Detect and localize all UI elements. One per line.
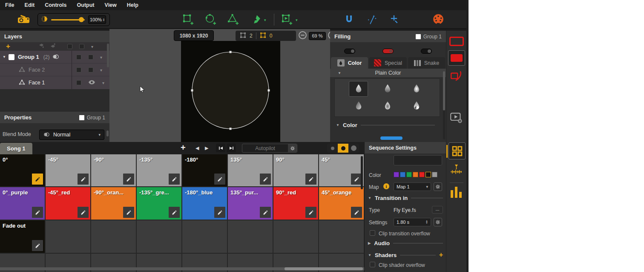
droplet-style-2[interactable] (383, 83, 392, 96)
brightness-value-field[interactable]: 100% ▴▾ (88, 15, 106, 24)
sequence-cell[interactable]: -45° (46, 154, 90, 186)
sequence-cell-empty[interactable] (319, 220, 364, 253)
menu-output[interactable]: Output (77, 2, 95, 8)
map-info-icon[interactable]: i (383, 183, 389, 189)
zoom-out-button[interactable] (299, 31, 307, 41)
edit-sequence-button[interactable] (169, 174, 180, 185)
edit-sequence-button[interactable] (123, 174, 134, 185)
menu-controls[interactable]: Controls (45, 2, 66, 8)
droplet-style-3[interactable] (412, 83, 421, 96)
edit-sequence-button[interactable] (32, 174, 43, 185)
face2-visibility-toggle[interactable] (88, 67, 93, 72)
layers-scrollbar[interactable] (107, 43, 109, 67)
edit-sequence-button[interactable] (260, 174, 271, 185)
properties-scrollbar[interactable] (106, 130, 109, 136)
sequence-cell[interactable]: -180°_blue (182, 187, 227, 220)
snake-tab-toggle[interactable] (421, 49, 432, 54)
layers-solo-all-toggle[interactable] (67, 44, 72, 49)
add-circle-tool[interactable] (205, 14, 216, 27)
sequence-cell[interactable]: Fade out (0, 220, 45, 253)
color-hue-slider[interactable] (380, 136, 402, 140)
canvas-workspace[interactable]: 1080 x 1920 2 0 69 % (109, 29, 330, 142)
send-backward-icon[interactable] (38, 43, 45, 50)
layers-collapse-all-icon[interactable]: ▾ (91, 44, 93, 49)
group-visibility-toggle[interactable] (88, 55, 93, 60)
map-gear-button[interactable] (434, 182, 442, 191)
sequence-cell-empty[interactable] (46, 220, 90, 253)
sequence-cell-empty[interactable] (273, 220, 318, 253)
sequence-cell[interactable]: -90°_oran... (91, 187, 136, 220)
magic-wand-icon[interactable] (366, 14, 377, 26)
pen-tool[interactable] (251, 14, 262, 26)
droplet-style-1[interactable] (354, 83, 363, 96)
layer-row-face1[interactable]: Face 1 ▾ (0, 76, 109, 89)
bring-forward-icon[interactable] (50, 43, 56, 50)
song-tab[interactable]: Song 1 (0, 143, 32, 154)
sequence-cell[interactable]: 0° (0, 154, 45, 186)
tab-snake[interactable]: Snake (408, 57, 445, 69)
duration-stepper-icon[interactable]: ▲▼ (426, 220, 428, 224)
face1-name[interactable]: Face 1 (29, 80, 45, 86)
filling-scrollbar-thumb[interactable] (443, 71, 445, 110)
sequence-name-input[interactable] (394, 155, 442, 165)
sequence-color-swatch[interactable] (413, 172, 418, 177)
add-quad-tool[interactable] (182, 14, 194, 27)
sequence-color-swatch[interactable] (426, 172, 431, 177)
transition-duration-spinner[interactable]: 1.80 s ▲▼ (394, 218, 431, 226)
droplet-style-4[interactable] (354, 100, 363, 113)
tab-special[interactable]: Special (369, 57, 407, 69)
sequence-cell[interactable]: 135° (228, 154, 273, 186)
shaders-section-header[interactable]: ▼Shaders + (368, 251, 443, 259)
brightness-slider-knob[interactable] (79, 17, 84, 22)
edit-sequence-button[interactable] (123, 207, 134, 218)
face2-name[interactable]: Face 2 (29, 67, 45, 73)
sequence-cell[interactable]: -45°_red (46, 187, 90, 220)
droplet-style-5[interactable] (383, 100, 392, 113)
special-tab-toggle[interactable] (382, 49, 394, 54)
edit-sequence-button[interactable] (32, 240, 43, 251)
add-triangle-tool[interactable] (227, 14, 239, 27)
sequence-cell[interactable]: -135° (137, 154, 181, 186)
add-shader-button[interactable]: + (439, 251, 443, 259)
display-mode-small-button[interactable] (327, 144, 338, 153)
paint-output-button[interactable] (450, 70, 463, 83)
face1-solo-toggle[interactable] (76, 80, 81, 85)
display-mode-medium-button[interactable] (338, 144, 348, 153)
group-expander-icon[interactable]: ▼ (3, 55, 6, 59)
menu-help[interactable]: Help (127, 2, 138, 8)
sequence-cell[interactable]: 90° (273, 154, 318, 186)
sequence-color-swatch[interactable] (406, 172, 412, 177)
color-section-header[interactable]: ▼Color (336, 122, 435, 128)
color-tab-toggle[interactable] (344, 49, 355, 54)
sequence-cell[interactable]: -90° (91, 154, 136, 186)
projection-canvas[interactable] (181, 41, 280, 142)
edit-sequence-button[interactable] (32, 207, 43, 218)
clip-transition-checkbox[interactable] (370, 230, 375, 236)
edit-sequence-button[interactable] (351, 207, 362, 218)
droplet-style-6[interactable] (412, 100, 421, 113)
edit-sequence-button[interactable] (214, 174, 225, 185)
group-name[interactable]: Group 1 (18, 54, 39, 60)
sequences-view-button[interactable] (448, 142, 466, 159)
edit-sequence-button[interactable] (305, 174, 316, 185)
menu-view[interactable]: View (105, 2, 117, 8)
horizontal-scrollbar-thumb[interactable] (285, 267, 363, 270)
output-fullscreen-button[interactable] (448, 50, 465, 66)
sequence-cell[interactable]: 90°_red (273, 187, 318, 220)
autopilot-field[interactable]: Autopilot (242, 144, 297, 153)
sequence-cell[interactable]: 0°_purple (0, 187, 45, 220)
layer-row-group[interactable]: ▼ Group 1 (2) ▾ (0, 51, 109, 64)
player-tool-dropdown-icon[interactable]: ▾ (296, 18, 298, 22)
face1-expand-icon[interactable]: ▾ (102, 81, 104, 85)
face1-visibility-eye-icon[interactable] (88, 79, 95, 87)
group-solo-toggle[interactable] (76, 55, 81, 60)
prev-sequence-button[interactable]: ◀ (196, 145, 199, 151)
add-player-tool[interactable] (281, 14, 293, 27)
sequence-color-swatch[interactable] (419, 172, 425, 177)
sequence-color-swatch[interactable] (432, 172, 437, 177)
edit-sequence-button[interactable] (169, 207, 180, 218)
tab-color[interactable]: Color (331, 57, 368, 69)
filling-scrollbar-track[interactable] (443, 71, 445, 139)
next-sequence-button[interactable]: ▶ (205, 145, 208, 151)
edit-sequence-button[interactable] (260, 207, 271, 218)
